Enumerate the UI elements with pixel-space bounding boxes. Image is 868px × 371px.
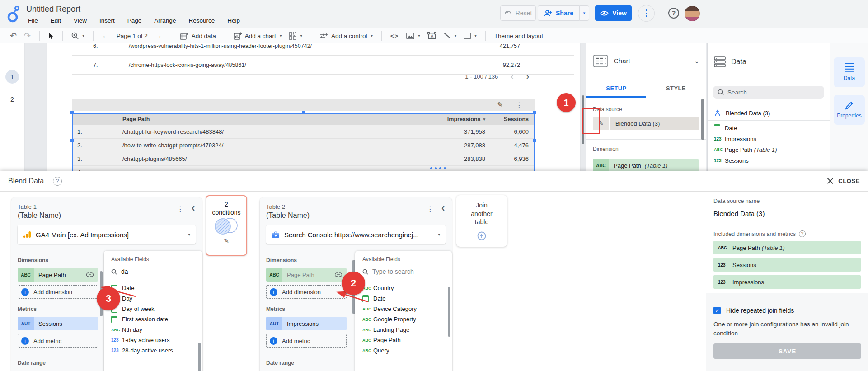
table-row[interactable]: 6. /wordpress-vulnerability-hits-1-milli… (72, 43, 574, 56)
menu-item[interactable]: View (67, 16, 93, 25)
included-field-chip[interactable]: 123 Impressions (713, 275, 861, 289)
menu-item[interactable]: Page (121, 16, 148, 25)
available-field-item[interactable]: First session date (111, 314, 202, 324)
table-2-menu-kebab-icon[interactable]: ⋮ (427, 205, 434, 213)
join-another-table-card[interactable]: Join another table (456, 195, 507, 247)
available-field-item[interactable]: ABC Query (362, 345, 452, 356)
available-field-item[interactable]: ABC Landing Page (362, 324, 452, 335)
menu-item[interactable]: Help (221, 16, 246, 25)
table-row[interactable]: 2. /how-to-write-chatgpt-prompts/479324/… (72, 139, 535, 152)
data-source-chip[interactable]: Blended Data (3) (610, 117, 699, 130)
insert-line-button[interactable]: ▾ (440, 29, 460, 42)
insert-shape-button[interactable]: ▾ (460, 29, 480, 42)
table-2-name[interactable]: (Table Name) (266, 211, 427, 220)
menu-item[interactable]: Arrange (148, 16, 182, 25)
edit-chart-pencil-icon[interactable]: ✎ (497, 101, 503, 109)
table-row[interactable]: 3. /chatgpt-plugins/485665/ 283,838 6,93… (72, 152, 535, 166)
available-field-item[interactable]: ABC Page Path (362, 335, 452, 345)
rail-properties-button[interactable]: Properties (834, 95, 865, 125)
field-item[interactable]: Date (714, 122, 823, 133)
metric-chip-impressions[interactable]: AUT Impressions (266, 317, 347, 330)
menu-item[interactable]: File (22, 16, 44, 25)
checkbox-checked-icon[interactable]: ✓ (713, 307, 721, 314)
resize-handle[interactable] (533, 111, 536, 114)
table-2-add-dimension-button[interactable]: + Add dimension (266, 285, 347, 299)
col-header-page-path[interactable]: Page Path (97, 116, 305, 122)
included-field-chip[interactable]: 123 Sessions (713, 258, 861, 272)
resize-handle[interactable] (533, 139, 536, 142)
table-1-add-dimension-button[interactable]: + Add dimension (18, 285, 98, 299)
available-field-item[interactable]: Date (111, 283, 202, 293)
table-row[interactable]: 1. /chatgpt-for-keyword-research/483848/… (72, 125, 535, 139)
field-item[interactable]: 123 Impressions (714, 133, 823, 144)
resize-handle[interactable] (70, 111, 74, 114)
included-field-chip[interactable]: ABC Page Path (Table 1) (713, 241, 861, 254)
share-button[interactable]: Share (538, 5, 579, 21)
community-visualizations-button[interactable]: ▾ (285, 29, 306, 42)
available-field-item[interactable]: ABC Google Property (362, 314, 452, 324)
hide-repeated-fields-checkbox-row[interactable]: ✓ Hide repeated join fields (713, 307, 861, 314)
blended-data-source-row[interactable]: Blended Data (3) (708, 106, 830, 121)
close-button[interactable]: CLOSE (827, 178, 860, 184)
user-avatar[interactable] (685, 6, 700, 21)
available-field-item[interactable]: Day of week (111, 304, 202, 314)
table-1-source-select[interactable]: GA4 Main [ex. Ad Impressions] ▾ (18, 225, 196, 244)
table-row[interactable]: 4. (72, 166, 535, 171)
field-item[interactable]: ABC Page Path (Table 1) (714, 144, 823, 155)
available-field-item[interactable]: Date (362, 293, 452, 304)
col-header-sessions[interactable]: Sessions (490, 116, 535, 122)
table-2-add-metric-button[interactable]: + Add metric (266, 334, 347, 348)
resize-handle[interactable] (70, 139, 74, 142)
available-field-item[interactable]: Day (111, 293, 202, 304)
available-field-item[interactable]: ABC Nth day (111, 324, 202, 335)
table-1-field-search-input[interactable]: da (111, 268, 195, 279)
dimension-chip-page-path[interactable]: ABC Page Path (266, 268, 347, 282)
report-canvas[interactable]: 6. /wordpress-vulnerability-hits-1-milli… (47, 43, 580, 171)
pagination-prev-icon[interactable]: ‹ (511, 71, 513, 81)
metric-chip-sessions[interactable]: AUT Sessions (18, 317, 98, 330)
field-item[interactable]: 123 Sessions (714, 155, 823, 166)
undo-button[interactable]: ↶ (6, 29, 20, 42)
reset-button[interactable]: Reset (500, 5, 536, 21)
field-list-scrollbar[interactable] (448, 287, 450, 337)
available-field-item[interactable]: ABC Device Category (362, 304, 452, 314)
chevron-down-icon[interactable]: ⌄ (694, 57, 699, 65)
insert-image-button[interactable]: ▾ (403, 29, 424, 42)
table-1-collapse-icon[interactable]: ❮ (191, 205, 196, 211)
join-conditions-card[interactable]: 2 conditions ✎ (206, 195, 247, 256)
embed-url-button[interactable]: <> (387, 29, 403, 42)
field-list-scrollbar[interactable] (198, 343, 201, 371)
available-field-item[interactable]: ABC Country (362, 283, 452, 293)
col-header-impressions[interactable]: Impressions ▾ (305, 116, 490, 122)
table-2-source-select[interactable]: Search Console https://www.searchenginej… (266, 225, 446, 244)
info-icon[interactable]: ? (799, 230, 806, 237)
chart-menu-kebab-icon[interactable]: ⋮ (516, 101, 523, 109)
pagination-next-icon[interactable]: › (526, 71, 529, 81)
redo-button[interactable]: ↷ (20, 29, 34, 42)
share-options-caret[interactable]: ▾ (579, 5, 589, 21)
view-button[interactable]: View (595, 5, 632, 21)
resize-handle[interactable] (302, 111, 305, 114)
zoom-tool-button[interactable]: ▾ (68, 29, 88, 42)
blend-help-icon[interactable]: ? (53, 177, 62, 186)
table-1-name[interactable]: (Table Name) (18, 211, 177, 220)
menu-item[interactable]: Insert (93, 16, 121, 25)
more-options-button[interactable] (638, 5, 655, 22)
page-number-2[interactable]: 2 (5, 93, 19, 106)
table-2-field-search-input[interactable]: Type to search (362, 268, 445, 279)
chart-type-label[interactable]: Chart (614, 57, 694, 65)
menu-item[interactable]: Edit (44, 16, 67, 25)
data-source-name-input[interactable]: Blended Data (3) (713, 210, 861, 217)
edit-conditions-pencil-icon[interactable]: ✎ (224, 237, 229, 244)
next-page-button[interactable]: → (151, 29, 166, 42)
selected-table-chart[interactable]: Page Path Impressions ▾ Sessions 1. /cha… (72, 113, 535, 171)
table-1-menu-kebab-icon[interactable]: ⋮ (177, 205, 184, 213)
report-title[interactable]: Untitled Report (26, 5, 80, 14)
dimension-chip[interactable]: ABC Page Path(Table 1) (593, 159, 699, 171)
insert-text-button[interactable]: A (424, 29, 440, 42)
tab-style[interactable]: STYLE (646, 79, 706, 98)
add-data-button[interactable]: Add data (176, 29, 220, 42)
menu-item[interactable]: Resource (182, 16, 221, 25)
dimension-chip-page-path[interactable]: ABC Page Path (18, 268, 98, 282)
add-control-button[interactable]: Add a control ▾ (316, 29, 376, 42)
